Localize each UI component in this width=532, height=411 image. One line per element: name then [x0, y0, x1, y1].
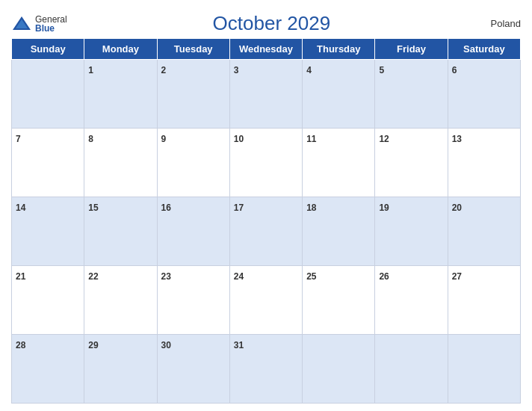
- weekday-header-saturday: Saturday: [448, 39, 520, 60]
- logo: General Blue: [11, 13, 67, 34]
- weekday-header-sunday: Sunday: [12, 39, 84, 60]
- calendar-header: General Blue October 2029 Poland: [11, 7, 521, 38]
- calendar-day-23: 23: [157, 266, 229, 335]
- calendar-day-22: 22: [84, 266, 157, 335]
- day-number: 23: [161, 271, 171, 282]
- logo-blue-text: Blue: [35, 24, 67, 33]
- calendar-day-27: 27: [448, 266, 520, 335]
- calendar-day-4: 4: [303, 60, 375, 129]
- day-number: 3: [234, 65, 239, 75]
- day-number: 4: [306, 65, 312, 75]
- day-number: 6: [452, 65, 457, 75]
- day-number: 25: [306, 271, 316, 282]
- calendar-day-29: 29: [84, 335, 157, 404]
- calendar-day-13: 13: [448, 129, 520, 197]
- day-number: 7: [16, 134, 21, 144]
- calendar-day-8: 8: [84, 129, 157, 197]
- calendar-day-31: 31: [229, 335, 302, 404]
- day-number: 24: [234, 271, 244, 282]
- day-number: 27: [452, 271, 462, 282]
- day-number: 8: [88, 134, 93, 144]
- day-number: 12: [379, 134, 389, 144]
- calendar-day-21: 21: [12, 266, 84, 335]
- day-number: 10: [234, 134, 244, 144]
- calendar-day-16: 16: [157, 197, 229, 266]
- weekday-header-tuesday: Tuesday: [157, 39, 229, 60]
- calendar-day-5: 5: [375, 60, 448, 129]
- calendar-week-row: 28293031: [12, 335, 521, 404]
- day-number: 2: [161, 65, 167, 75]
- country-label: Poland: [476, 18, 521, 29]
- calendar-day-3: 3: [229, 60, 302, 129]
- day-number: 22: [88, 271, 98, 282]
- day-number: 21: [16, 271, 25, 282]
- calendar-week-row: 14151617181920: [12, 197, 521, 266]
- weekday-header-row: SundayMondayTuesdayWednesdayThursdayFrid…: [12, 39, 521, 60]
- calendar-table: SundayMondayTuesdayWednesdayThursdayFrid…: [11, 38, 521, 404]
- day-number: 30: [161, 340, 171, 350]
- calendar-week-row: 21222324252627: [12, 266, 521, 335]
- day-number: 11: [306, 134, 316, 144]
- day-number: 29: [88, 340, 98, 350]
- calendar-empty-cell: [448, 335, 520, 404]
- day-number: 14: [16, 203, 25, 213]
- calendar-day-10: 10: [229, 129, 302, 197]
- calendar-day-1: 1: [84, 60, 157, 129]
- day-number: 17: [234, 203, 244, 213]
- calendar-empty-cell: [375, 335, 448, 404]
- calendar-day-11: 11: [303, 129, 375, 197]
- calendar-day-15: 15: [84, 197, 157, 266]
- day-number: 28: [16, 340, 25, 350]
- day-number: 13: [452, 134, 462, 144]
- calendar-day-14: 14: [12, 197, 84, 266]
- logo-text: General Blue: [35, 15, 67, 33]
- day-number: 31: [234, 340, 244, 350]
- calendar-day-9: 9: [157, 129, 229, 197]
- calendar-day-18: 18: [303, 197, 375, 266]
- calendar-day-26: 26: [375, 266, 448, 335]
- calendar-day-20: 20: [448, 197, 520, 266]
- day-number: 26: [379, 271, 389, 282]
- day-number: 15: [88, 203, 98, 213]
- calendar-empty-cell: [303, 335, 375, 404]
- day-number: 1: [88, 65, 93, 75]
- calendar-empty-cell: [12, 60, 84, 129]
- month-title: October 2029: [67, 12, 476, 35]
- day-number: 5: [379, 65, 384, 75]
- calendar-day-7: 7: [12, 129, 84, 197]
- calendar-day-12: 12: [375, 129, 448, 197]
- calendar-day-2: 2: [157, 60, 229, 129]
- calendar-day-17: 17: [229, 197, 302, 266]
- day-number: 20: [452, 203, 462, 213]
- logo-icon: [11, 13, 32, 34]
- calendar-body: 1234567891011121314151617181920212223242…: [12, 60, 521, 404]
- weekday-header-friday: Friday: [375, 39, 448, 60]
- calendar-day-25: 25: [303, 266, 375, 335]
- weekday-header-wednesday: Wednesday: [229, 39, 302, 60]
- logo-general-text: General: [35, 15, 67, 24]
- calendar-week-row: 78910111213: [12, 129, 521, 197]
- calendar-day-30: 30: [157, 335, 229, 404]
- calendar-day-19: 19: [375, 197, 448, 266]
- day-number: 16: [161, 203, 171, 213]
- weekday-header-thursday: Thursday: [303, 39, 375, 60]
- day-number: 18: [306, 203, 316, 213]
- calendar-day-6: 6: [448, 60, 520, 129]
- calendar-day-24: 24: [229, 266, 302, 335]
- calendar-day-28: 28: [12, 335, 84, 404]
- day-number: 19: [379, 203, 389, 213]
- weekday-header-monday: Monday: [84, 39, 157, 60]
- day-number: 9: [161, 134, 167, 144]
- calendar-week-row: 123456: [12, 60, 521, 129]
